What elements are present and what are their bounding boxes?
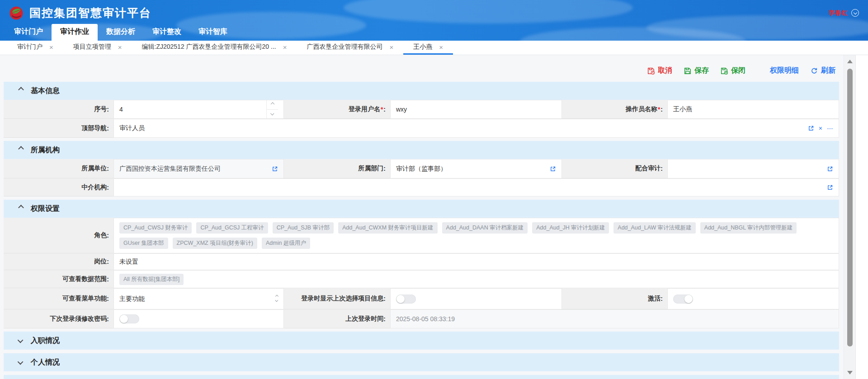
operator-name-input[interactable]: 王小燕: [667, 100, 839, 119]
close-icon[interactable]: ×: [283, 44, 287, 51]
app-logo-icon: [9, 6, 24, 20]
save-close-label: 保闭: [731, 66, 745, 75]
scroll-up-icon[interactable]: [847, 60, 853, 63]
tab-company[interactable]: 广西农垦企业管理有限公司 ×: [297, 41, 403, 55]
toolbar: 取消 保存 保闭 权限明细: [0, 55, 868, 82]
save-floppy-icon: [684, 67, 691, 75]
coop-audit-picker[interactable]: [667, 159, 839, 178]
active-toggle[interactable]: [673, 295, 693, 304]
role-tag: Admin 超级用户: [262, 238, 310, 249]
top-nav-input[interactable]: 审计人员 × ⋯: [113, 119, 839, 138]
role-tag: GUser 集团本部: [119, 238, 168, 249]
agency-picker[interactable]: [113, 178, 839, 197]
role-tag: Add_Aud_LAW 审计法规新建: [613, 222, 695, 234]
role-tag: CP_Aud_SJB 审计部: [273, 222, 334, 234]
page-tab-bar: 审计门户 × 项目立项管理 × 编辑:ZJ202512 广西农垦企业管理有限公司…: [0, 41, 868, 55]
dept-picker[interactable]: 审计部（监事部）: [390, 159, 562, 178]
scroll-down-icon[interactable]: [847, 371, 853, 374]
expand-icon: [18, 359, 24, 365]
collapse-icon: [18, 146, 24, 152]
tab-audit-portal[interactable]: 审计门户 ×: [7, 41, 63, 55]
change-pwd-toggle[interactable]: [119, 314, 139, 323]
save-close-button[interactable]: 保闭: [721, 66, 745, 75]
section-perm-header[interactable]: 权限设置: [4, 200, 839, 218]
brand: 国控集团智慧审计平台: [9, 5, 151, 20]
stepper-up-button[interactable]: [267, 100, 278, 110]
permission-detail-button[interactable]: 权限明细: [770, 66, 799, 75]
last-login-label: 上次登录时间:: [284, 309, 390, 328]
show-last-project-field: [390, 288, 562, 309]
roles-label: 角色:: [4, 218, 113, 253]
nav-item-data-analysis[interactable]: 数据分析: [98, 24, 144, 41]
agency-label: 中介机构:: [4, 178, 113, 197]
section-personal: 个人情况: [4, 353, 839, 371]
roles-field: CP_Aud_CWSJ 财务审计CP_Aud_GCSJ 工程审计CP_Aud_S…: [113, 218, 839, 253]
expand-icon: [18, 337, 24, 343]
next-section-partial: [4, 375, 839, 379]
select-arrows-icon[interactable]: [276, 296, 278, 302]
nav-item-audit-rectify[interactable]: 审计整改: [144, 24, 190, 41]
close-icon[interactable]: ×: [439, 44, 443, 51]
unit-picker[interactable]: 广西国控资本运营集团有限责任公司: [113, 159, 284, 178]
cancel-button[interactable]: 取消: [647, 66, 672, 75]
save-button[interactable]: 保存: [684, 66, 709, 75]
tab-wangxiaoyan[interactable]: 王小燕 ×: [403, 41, 453, 55]
section-org-header[interactable]: 所属机构: [4, 141, 839, 159]
collapse-icon: [18, 205, 24, 211]
tab-label: 王小燕: [413, 43, 432, 51]
nav-item-audit-portal[interactable]: 审计门户: [5, 24, 52, 41]
stepper-down-button[interactable]: [267, 110, 278, 119]
menu-func-select[interactable]: 主要功能: [113, 288, 284, 309]
section-personal-header[interactable]: 个人情况: [4, 353, 839, 371]
active-field: [667, 288, 839, 309]
close-icon[interactable]: ×: [49, 44, 53, 51]
section-basic-info: 基本信息 序号: 4 登录用户名*: wxy 操作员名称*: 王小燕: [4, 82, 839, 138]
show-last-project-label: 登录时显示上次选择项目信息:: [284, 288, 390, 309]
scrollbar-thumb[interactable]: [847, 69, 853, 346]
save-label: 保存: [694, 66, 709, 75]
dept-label: 所属部门:: [284, 159, 390, 178]
tab-project-setup[interactable]: 项目立项管理 ×: [63, 41, 132, 55]
nav-item-audit-work[interactable]: 审计作业: [52, 24, 98, 41]
show-last-project-toggle[interactable]: [396, 295, 416, 304]
external-link-icon[interactable]: [808, 125, 814, 131]
nav-item-audit-knowledge[interactable]: 审计智库: [190, 24, 236, 41]
main-nav: 审计门户 审计作业 数据分析 审计整改 审计智库: [0, 26, 868, 41]
login-name-input[interactable]: wxy: [390, 100, 562, 119]
user-menu[interactable]: 李春红: [829, 9, 859, 17]
collapse-icon: [18, 87, 24, 93]
external-link-icon[interactable]: [550, 166, 556, 172]
role-tag: Add_Aud_JH 审计计划新建: [532, 222, 609, 234]
role-tag: Add_Aud_CWXM 财务审计项目新建: [338, 222, 437, 234]
seq-value: 4: [119, 106, 266, 113]
external-link-icon[interactable]: [827, 166, 833, 172]
role-tag: Add_Aud_DAAN 审计档案新建: [442, 222, 528, 234]
close-icon[interactable]: ×: [118, 44, 122, 51]
dept-value: 审计部（监事部）: [396, 165, 550, 173]
section-organization: 所属机构 所属单位: 广西国控资本运营集团有限责任公司 所属部门:: [4, 141, 839, 197]
close-icon[interactable]: ×: [389, 44, 393, 51]
refresh-button[interactable]: 刷新: [811, 66, 835, 75]
section-title: 个人情况: [31, 358, 60, 367]
seq-input[interactable]: 4: [113, 100, 284, 119]
data-scope-tag: All 所有数据[集团本部]: [119, 274, 184, 285]
user-name[interactable]: 李春红: [829, 9, 848, 17]
external-link-icon[interactable]: [827, 184, 833, 191]
change-pwd-label: 下次登录须修改密码:: [4, 309, 113, 328]
refresh-icon: [811, 67, 818, 75]
data-scope-label: 可查看数据范围:: [4, 270, 113, 288]
chevron-down-icon[interactable]: [851, 9, 859, 17]
number-stepper: [266, 100, 278, 118]
vertical-scrollbar[interactable]: [844, 55, 855, 379]
user-edit-form: 基本信息 序号: 4 登录用户名*: wxy 操作员名称*: 王小燕: [4, 82, 839, 379]
clear-icon[interactable]: ×: [819, 125, 822, 131]
section-onboarding-header[interactable]: 入职情况: [4, 332, 839, 350]
more-icon[interactable]: ⋯: [827, 125, 833, 131]
coop-audit-label: 配合审计:: [562, 159, 667, 178]
seq-label: 序号:: [4, 100, 113, 119]
external-link-icon[interactable]: [272, 166, 278, 172]
tab-edit-project[interactable]: 编辑:ZJ202512 广西农垦企业管理有限公司20 ... ×: [132, 41, 297, 55]
tab-label: 审计门户: [17, 43, 42, 51]
section-basic-header[interactable]: 基本信息: [4, 82, 839, 100]
section-onboarding: 入职情况: [4, 332, 839, 350]
